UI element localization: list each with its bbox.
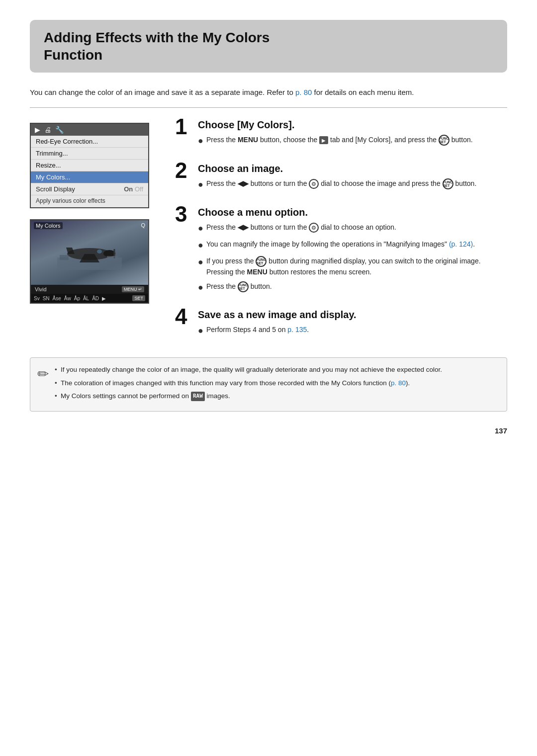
step-3-text-1: Press the ◀▶ buttons or turn the ⚙ dial … [206, 222, 396, 233]
step-1-text: Press the MENU button, choose the ▶ tab … [206, 135, 473, 146]
notes-icon: ✏ [37, 366, 49, 382]
step-4-heading: Save as a new image and display. [198, 309, 507, 321]
intro-link-p80[interactable]: p. 80 [295, 88, 312, 96]
step-4-bullet-1: ● Perform Steps 4 and 5 on p. 135. [198, 325, 507, 338]
step-3-bullet-4: ● Press the FUNCSET button. [198, 281, 507, 295]
print-tab-icon: 🖨 [44, 126, 51, 134]
cam-aw-icon: Åw [64, 296, 71, 301]
step-1-content: Choose [My Colors]. ● Press the MENU but… [198, 119, 507, 152]
menu-item-red-eye: Red-Eye Correction... [31, 136, 148, 148]
step-4-block: 4 Save as a new image and display. ● Per… [175, 309, 507, 341]
right-column: 1 Choose [My Colors]. ● Press the MENU b… [175, 119, 507, 352]
step-4-content: Save as a new image and display. ● Perfo… [198, 309, 507, 341]
step-3-bullet-3: ● If you press the FUNCSET button during… [198, 256, 507, 278]
bullet-dot: ● [198, 178, 203, 192]
step-3-block: 3 Choose a menu option. ● Press the ◀▶ b… [175, 206, 507, 298]
camera-image-area: My Colors Q [31, 220, 148, 285]
note-item-3: My Colors settings cannot be performed o… [55, 391, 442, 401]
camera-corner-icon: Q [141, 222, 145, 228]
bullet-dot: ● [198, 324, 203, 338]
cam-set-button: SET [132, 295, 145, 301]
plane-silhouette [57, 235, 122, 270]
note-item-1: If you repeatedly change the color of an… [55, 365, 442, 375]
cam-ad-icon: ÅD [92, 296, 99, 301]
dial-icon-2: ⚙ [309, 223, 319, 233]
step-1-number: 1 [175, 116, 193, 138]
step-4-text: Perform Steps 4 and 5 on p. 135. [206, 325, 309, 336]
bullet-dot: ● [198, 281, 203, 295]
menu-key-label-2: MENU [247, 268, 268, 276]
func-set-icon-1: FUNCSET [439, 135, 449, 146]
step-1-bullet-1: ● Press the MENU button, choose the ▶ ta… [198, 135, 507, 148]
playback-icon: ▶ [319, 136, 328, 144]
cam-al-icon: ÅL [83, 296, 89, 301]
playback-tab-icon: ▶ [35, 126, 40, 134]
step-2-bullet-1: ● Press the ◀▶ buttons or turn the ⚙ dia… [198, 178, 507, 192]
step-2-number: 2 [175, 160, 193, 181]
cam-ase-icon: Åse [53, 296, 61, 301]
page-title: Adding Effects with the My Colors Functi… [44, 29, 493, 64]
link-p135[interactable]: p. 135 [287, 326, 307, 334]
menu-item-scroll-display: Scroll Display On Off [31, 183, 148, 195]
cam-arrow-icon: ▶ [102, 296, 106, 301]
step-1-block: 1 Choose [My Colors]. ● Press the MENU b… [175, 119, 507, 152]
notes-box: ✏ If you repeatedly change the color of … [30, 357, 507, 412]
scroll-off: Off [135, 185, 143, 193]
step-3-text-2: You can magnify the image by following t… [206, 239, 475, 250]
intro-text: You can change the color of an image and… [30, 86, 507, 98]
step-2-block: 2 Choose an image. ● Press the ◀▶ button… [175, 163, 507, 195]
step-2-content: Choose an image. ● Press the ◀▶ buttons … [198, 163, 507, 195]
camera-icons-bar: Sv SN Åse Åw Åp ÅL ÅD ▶ SET [31, 294, 148, 303]
step-3-heading: Choose a menu option. [198, 206, 507, 218]
settings-tab-icon: 🔧 [55, 126, 64, 134]
func-set-icon-4: FUNCSET [238, 281, 249, 292]
step-1-heading: Choose [My Colors]. [198, 119, 507, 131]
step-3-bullet-1: ● Press the ◀▶ buttons or turn the ⚙ dia… [198, 222, 507, 236]
bullet-dot: ● [198, 222, 203, 236]
step-3-text-3: If you press the FUNCSET button during m… [206, 256, 507, 278]
arrow-lr-icon: ◀▶ [238, 179, 249, 187]
steps-area: ▶ 🖨 🔧 Red-Eye Correction... Trimming... … [30, 119, 507, 352]
step-2-heading: Choose an image. [198, 163, 507, 174]
menu-item-my-colors: My Colors... [31, 171, 148, 183]
menu-caption: Apply various color effects [31, 195, 148, 207]
svg-marker-4 [66, 248, 75, 254]
bullet-dot: ● [198, 255, 203, 269]
section-divider [30, 107, 507, 108]
func-set-icon-2: FUNCSET [443, 178, 453, 189]
cam-sn-icon: SN [43, 296, 50, 301]
left-column: ▶ 🖨 🔧 Red-Eye Correction... Trimming... … [30, 123, 159, 304]
menu-tab-bar: ▶ 🖨 🔧 [31, 124, 148, 136]
bullet-dot: ● [198, 239, 203, 252]
camera-vivid-label: Vivid [35, 286, 47, 292]
bullet-dot: ● [198, 134, 203, 148]
link-p80-note[interactable]: p. 80 [391, 379, 406, 387]
note-item-2: The coloration of images changed with th… [55, 378, 442, 388]
step-2-text: Press the ◀▶ buttons or turn the ⚙ dial … [206, 178, 476, 189]
scroll-on: On [124, 185, 133, 193]
menu-item-resize: Resize... [31, 160, 148, 171]
cam-sv-icon: Sv [34, 296, 40, 301]
menu-item-trimming: Trimming... [31, 148, 148, 160]
cam-ap-icon: Åp [74, 296, 80, 301]
func-set-icon-3: FUNCSET [256, 256, 267, 267]
raw-badge: RAW [191, 392, 205, 401]
step-4-number: 4 [175, 306, 193, 328]
notes-list: If you repeatedly change the color of an… [55, 365, 442, 404]
camera-mode-label: My Colors [34, 222, 63, 229]
step-3-content: Choose a menu option. ● Press the ◀▶ but… [198, 206, 507, 298]
arrow-lr-icon-2: ◀▶ [238, 223, 249, 231]
svg-point-6 [97, 250, 102, 253]
svg-rect-7 [60, 255, 69, 260]
step-3-number: 3 [175, 203, 193, 225]
link-p124[interactable]: (p. 124) [449, 240, 473, 248]
camera-menu-button: MENU ↵ [122, 286, 144, 292]
svg-rect-8 [107, 256, 118, 260]
step-3-text-4: Press the FUNCSET button. [206, 281, 272, 292]
page-title-box: Adding Effects with the My Colors Functi… [30, 20, 507, 73]
step-3-bullet-2: ● You can magnify the image by following… [198, 239, 507, 252]
camera-bottom-bar: Vivid MENU ↵ [31, 285, 148, 294]
menu-key-label: MENU [238, 136, 258, 144]
scroll-display-label: Scroll Display [36, 185, 75, 193]
camera-screen: My Colors Q [30, 219, 149, 304]
